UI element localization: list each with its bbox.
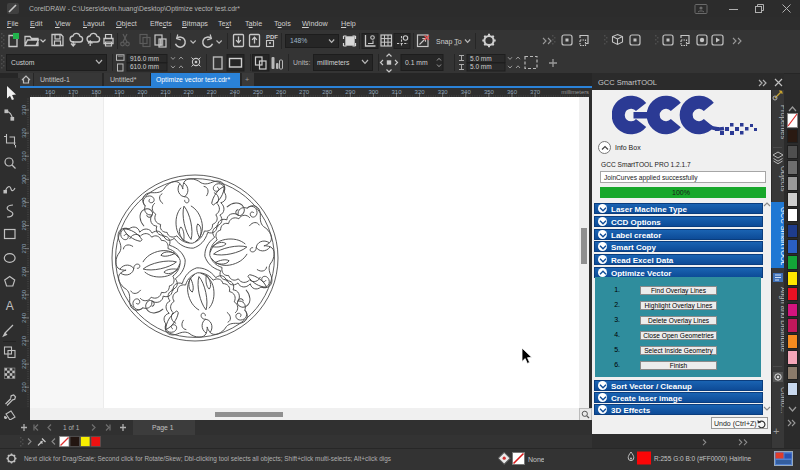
- svg-text:Units:: Units:: [293, 59, 310, 66]
- svg-text:148%: 148%: [290, 37, 307, 44]
- svg-text:250: 250: [21, 289, 27, 300]
- svg-text:millimeters: millimeters: [317, 59, 350, 66]
- svg-text:Page 1: Page 1: [152, 424, 174, 432]
- svg-text:320: 320: [415, 89, 426, 95]
- svg-text:1 of 1: 1 of 1: [63, 424, 80, 431]
- svg-text:916.0 mm: 916.0 mm: [130, 55, 159, 62]
- svg-text:220: 220: [21, 358, 27, 369]
- svg-text:250: 250: [253, 89, 264, 95]
- svg-text:330: 330: [21, 104, 27, 115]
- svg-text:270: 270: [21, 243, 27, 254]
- svg-text:A: A: [6, 299, 14, 313]
- svg-text:190: 190: [114, 89, 125, 95]
- svg-text:610.0 mm: 610.0 mm: [130, 63, 159, 70]
- svg-text:180: 180: [91, 89, 102, 95]
- svg-text:290: 290: [345, 89, 356, 95]
- svg-text:350: 350: [484, 89, 495, 95]
- svg-text:Custom: Custom: [11, 59, 35, 66]
- svg-text:290: 290: [21, 197, 27, 208]
- svg-text:None: None: [528, 456, 544, 463]
- svg-text:300: 300: [21, 174, 27, 185]
- svg-text:360: 360: [507, 89, 518, 95]
- svg-text:230: 230: [207, 89, 218, 95]
- svg-text:310: 310: [21, 151, 27, 162]
- svg-text:5.0 mm: 5.0 mm: [470, 63, 492, 70]
- svg-text:320: 320: [21, 127, 27, 138]
- svg-text:200: 200: [137, 89, 148, 95]
- svg-text:220: 220: [184, 89, 195, 95]
- svg-text:300: 300: [368, 89, 379, 95]
- svg-text:0.1 mm: 0.1 mm: [405, 59, 428, 66]
- svg-text:PDF: PDF: [266, 34, 278, 40]
- svg-text:160: 160: [45, 89, 56, 95]
- svg-text:280: 280: [21, 220, 27, 231]
- svg-text:340: 340: [461, 89, 472, 95]
- svg-text:230: 230: [21, 335, 27, 346]
- svg-text:170: 170: [68, 89, 79, 95]
- svg-text:260: 260: [276, 89, 287, 95]
- svg-text:210: 210: [160, 89, 171, 95]
- svg-text:5.0 mm: 5.0 mm: [470, 55, 492, 62]
- svg-text:210: 210: [21, 382, 27, 393]
- svg-text:260: 260: [21, 266, 27, 277]
- svg-text:310: 310: [391, 89, 402, 95]
- svg-text:280: 280: [322, 89, 333, 95]
- svg-text:Snap To: Snap To: [436, 38, 462, 46]
- svg-text:millimeters: millimeters: [561, 89, 589, 95]
- svg-text:330: 330: [438, 89, 449, 95]
- svg-text:240: 240: [21, 312, 27, 323]
- svg-text:270: 270: [299, 89, 310, 95]
- svg-text:240: 240: [230, 89, 241, 95]
- svg-text:R:255 G:0 B:0 (#FF0000) Hairl: R:255 G:0 B:0 (#FF0000) Hairline: [654, 455, 752, 463]
- svg-text:370: 370: [530, 89, 541, 95]
